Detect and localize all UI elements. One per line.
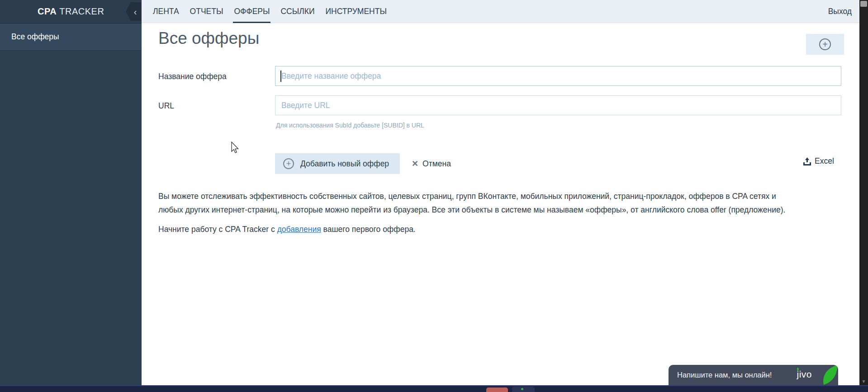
tab-ssylki[interactable]: ССЫЛКИ xyxy=(280,0,314,23)
intro-line-2: любых других интернет-страниц, на которы… xyxy=(158,203,785,217)
leaf-icon xyxy=(821,365,838,385)
add-first-offer-link[interactable]: добавления xyxy=(277,225,321,234)
sidebar-collapse-button[interactable]: ‹ xyxy=(126,2,141,21)
text-caret xyxy=(280,71,281,82)
green-dot-icon xyxy=(521,388,523,390)
chat-message: Напишите нам, мы онлайн! xyxy=(669,371,772,379)
offer-url-input[interactable] xyxy=(275,95,841,115)
upload-icon xyxy=(803,157,811,166)
tab-lenta[interactable]: ЛЕНТА xyxy=(153,0,179,23)
main-tabs: ЛЕНТА ОТЧЕТЫ ОФФЕРЫ ССЫЛКИ ИНСТРУМЕНТЫ xyxy=(153,0,387,23)
start-suffix: вашего первого оффера. xyxy=(321,225,416,234)
close-icon: ✕ xyxy=(412,159,418,169)
cancel-button[interactable]: ✕ Отмена xyxy=(412,153,451,174)
jivo-logo: jivo xyxy=(797,369,812,380)
tab-instrumenty[interactable]: ИНСТРУМЕНТЫ xyxy=(326,0,387,23)
logo-secondary: TRACKER xyxy=(59,6,104,16)
scrollbar-down-arrow[interactable]: ▼ xyxy=(859,379,868,384)
page-title: Все офферы xyxy=(158,29,259,48)
plus-circle-icon: + xyxy=(819,38,831,50)
jivo-chat-widget[interactable]: Напишите нам, мы онлайн! jivo xyxy=(669,365,838,385)
background-red-button xyxy=(486,387,508,392)
background-dark-button xyxy=(512,387,535,392)
add-new-offer-label: Добавить новый оффер xyxy=(300,159,389,169)
app-logo: CPA TRACKER xyxy=(0,6,104,17)
intro-line-1: Вы можете отслеживать эффективность собс… xyxy=(158,190,785,203)
scrollbar-thumb[interactable] xyxy=(860,1,867,7)
start-paragraph: Начните работу с CPA Tracker с добавлени… xyxy=(158,223,416,236)
sidebar-item-all-offers[interactable]: Все офферы xyxy=(0,24,142,51)
tab-offery-active[interactable]: ОФФЕРЫ xyxy=(234,0,270,23)
logo-primary: CPA xyxy=(38,6,57,16)
excel-label: Excel xyxy=(815,156,834,166)
url-label: URL xyxy=(158,101,174,111)
subid-hint: Для использования SubId добавьте [SUBID]… xyxy=(276,122,424,129)
chevron-left-icon: ‹ xyxy=(130,7,137,16)
offer-name-input[interactable] xyxy=(275,66,841,86)
logout-link[interactable]: Выход xyxy=(828,0,852,23)
excel-export-button[interactable]: Excel xyxy=(803,156,834,166)
intro-paragraph: Вы можете отслеживать эффективность собс… xyxy=(158,190,785,217)
sidebar: Все офферы xyxy=(0,23,142,385)
background-window-bar xyxy=(0,385,868,392)
add-offer-button[interactable]: + xyxy=(806,34,844,55)
plus-circle-icon: + xyxy=(283,158,294,169)
app-logo-area: CPA TRACKER ‹ xyxy=(0,0,142,23)
start-prefix: Начните работу с CPA Tracker с xyxy=(158,225,277,234)
page-scrollbar[interactable]: ▼ xyxy=(859,0,868,385)
top-navigation-bar: CPA TRACKER ‹ ЛЕНТА ОТЧЕТЫ ОФФЕРЫ ССЫЛКИ… xyxy=(0,0,868,23)
add-new-offer-button[interactable]: + Добавить новый оффер xyxy=(275,153,400,174)
offer-name-label: Название оффера xyxy=(158,72,227,81)
cancel-label: Отмена xyxy=(422,159,451,169)
tab-otchety[interactable]: ОТЧЕТЫ xyxy=(190,0,223,23)
main-content: Все офферы + Название оффера URL Для исп… xyxy=(142,24,859,385)
